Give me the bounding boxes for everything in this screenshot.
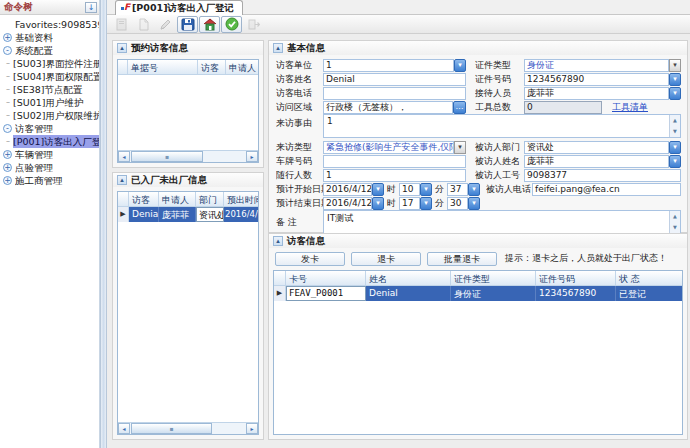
sidebar-collapse-button[interactable]: ↓ <box>85 2 97 13</box>
edit-record-icon[interactable] <box>155 16 176 33</box>
panel-collapse-icon[interactable]: ▴ <box>273 236 283 246</box>
tree-item-p001-selected[interactable]: –[P001]访客出入厂登记 <box>0 135 99 148</box>
scroll-down-icon[interactable]: ▼ <box>670 222 680 233</box>
scroll-right-icon[interactable]: ▸ <box>246 423 258 434</box>
visit-type-field[interactable]: 紧急抢修(影响生产安全事件,仅限当 <box>323 141 454 154</box>
column-header-visitor[interactable]: 访客 <box>129 192 159 206</box>
start-date-field[interactable]: 2016/4/12 <box>323 183 372 196</box>
return-card-button[interactable]: 退卡 <box>351 252 421 266</box>
visitor-phone-field[interactable] <box>323 87 466 100</box>
expand-plus-icon[interactable]: + <box>3 150 12 159</box>
visited-id-field[interactable]: 9098377 <box>524 169 681 182</box>
tree-item-se38[interactable]: –[SE38]节点配置 <box>0 83 99 96</box>
scroll-up-icon[interactable]: ▲ <box>670 115 680 126</box>
cell-visitor[interactable]: Denial <box>129 207 159 222</box>
tree-item-contractor-mgmt[interactable]: +施工商管理 <box>0 174 99 187</box>
tree-item-su04[interactable]: –[SU04]界面权限配置 <box>0 70 99 83</box>
column-header-docno[interactable]: 单据号 <box>128 60 198 74</box>
expand-plus-icon[interactable]: + <box>3 33 12 42</box>
column-header-dept[interactable]: 部门 <box>196 192 224 206</box>
confirm-check-icon[interactable] <box>221 16 242 33</box>
cell-name[interactable]: Denial <box>366 286 451 301</box>
scroll-track[interactable]: ▪ <box>130 151 246 162</box>
visited-phone-field[interactable]: feifei.pang@fea.cn <box>532 183 681 196</box>
tree-item-vehicle-mgmt[interactable]: +车辆管理 <box>0 148 99 161</box>
tree-item-su03[interactable]: –[SU03]界面控件注册 <box>0 57 99 70</box>
column-header-cardno[interactable]: 卡号 <box>286 271 366 285</box>
tool-list-link[interactable]: 工具清单 <box>612 101 648 114</box>
cell-dept-editing[interactable]: 资讯处 <box>196 207 224 222</box>
column-header-visitor[interactable]: 访客 <box>198 60 226 74</box>
panel-collapse-icon[interactable]: ▴ <box>117 43 127 53</box>
scroll-up-icon[interactable]: ▲ <box>670 211 680 222</box>
end-hour-field[interactable]: 17 <box>399 197 420 210</box>
chevron-down-icon[interactable]: ▾ <box>454 141 466 154</box>
chevron-down-icon[interactable]: ▾ <box>669 141 681 154</box>
id-type-field[interactable]: 身份证 <box>524 59 669 72</box>
scroll-left-icon[interactable]: ◂ <box>118 151 130 162</box>
expand-plus-icon[interactable]: + <box>3 176 12 185</box>
cell-status[interactable]: 已登记 <box>616 286 682 301</box>
checkin-home-icon[interactable] <box>199 16 220 33</box>
inplant-hscrollbar[interactable]: ◂ ▪ ▸ <box>118 422 258 434</box>
visited-dept-field[interactable]: 资讯处 <box>524 141 669 154</box>
sidebar-splitter[interactable] <box>100 0 107 448</box>
visit-reason-textarea[interactable]: 1 ▲▼ <box>323 114 681 138</box>
end-minute-field[interactable]: 30 <box>447 197 468 210</box>
end-date-field[interactable]: 2016/4/12 <box>323 197 372 210</box>
tree-item-visitor-mgmt[interactable]: -访客管理 <box>0 122 99 135</box>
scroll-thumb[interactable]: ▪ <box>131 151 203 162</box>
column-header-status[interactable]: 状 态 <box>616 271 683 285</box>
textarea-scroll[interactable]: ▲▼ <box>669 211 680 233</box>
ellipsis-picker-icon[interactable]: … <box>453 101 466 114</box>
panel-collapse-icon[interactable]: ▴ <box>117 175 127 185</box>
tree-item-favorites[interactable]: Favorites:9098539 <box>0 18 99 31</box>
scroll-down-icon[interactable]: ▼ <box>670 126 680 137</box>
tab-p001[interactable]: [P001]访客出入厂登记 <box>115 0 243 15</box>
scroll-right-icon[interactable]: ▸ <box>246 151 258 162</box>
cell-applicant[interactable]: 庞菲菲 <box>159 207 196 222</box>
companions-field[interactable]: 1 <box>323 169 466 182</box>
chevron-down-icon[interactable]: ▾ <box>420 197 432 210</box>
chevron-down-icon[interactable]: ▾ <box>669 59 681 72</box>
id-number-field[interactable]: 1234567890 <box>524 73 669 86</box>
tree-item-inspection-mgmt[interactable]: +点验管理 <box>0 161 99 174</box>
textarea-scroll[interactable]: ▲▼ <box>669 115 680 137</box>
scroll-left-icon[interactable]: ◂ <box>118 423 130 434</box>
chevron-down-icon[interactable]: ▾ <box>372 197 384 210</box>
exit-icon[interactable] <box>243 16 264 33</box>
issue-card-button[interactable]: 发卡 <box>275 252 345 266</box>
tree-item-su01[interactable]: –[SU01]用户维护 <box>0 96 99 109</box>
chevron-down-icon[interactable]: ▾ <box>669 87 681 100</box>
reserved-hscrollbar[interactable]: ◂ ▪ ▸ <box>118 150 258 162</box>
receptionist-field[interactable]: 庞菲菲 <box>524 87 669 100</box>
chevron-down-icon[interactable]: ▾ <box>468 183 480 196</box>
cell-idtype[interactable]: 身份证 <box>451 286 536 301</box>
row-marker-icon[interactable]: ▶ <box>118 207 129 222</box>
visit-area-field[interactable]: 行政楼（无签核）， <box>323 101 453 114</box>
tree-item-base-data[interactable]: +基础资料 <box>0 31 99 44</box>
cell-idnumber[interactable]: 1234567890 <box>536 286 616 301</box>
new-record-icon[interactable] <box>133 16 154 33</box>
chevron-down-icon[interactable]: ▾ <box>372 183 384 196</box>
column-header-name[interactable]: 姓名 <box>366 271 451 285</box>
inplant-row-selected[interactable]: ▶ Denial 庞菲菲 资讯处 2016/4/12 <box>118 207 258 222</box>
cell-cardno-editing[interactable]: FEAV_P0001 <box>286 286 366 301</box>
visitor-name-field[interactable]: Denial <box>323 73 466 86</box>
column-header-applicant[interactable]: 申请人 <box>159 192 196 206</box>
start-minute-field[interactable]: 37 <box>447 183 468 196</box>
collapse-minus-icon[interactable]: - <box>3 124 12 133</box>
first-record-icon[interactable] <box>111 16 132 33</box>
column-header-idtype[interactable]: 证件类型 <box>451 271 536 285</box>
panel-collapse-icon[interactable]: ▴ <box>273 43 283 53</box>
remark-textarea[interactable]: IT测试 ▲▼ <box>323 210 681 234</box>
tree-item-system-config[interactable]: -系统配置 <box>0 44 99 57</box>
scroll-thumb[interactable]: ▪ <box>131 423 212 434</box>
column-header-exitdate[interactable]: 预出时间 <box>224 192 259 206</box>
chevron-down-icon[interactable]: ▾ <box>420 183 432 196</box>
chevron-down-icon[interactable]: ▾ <box>468 197 480 210</box>
chevron-down-icon[interactable]: ▾ <box>669 155 681 168</box>
column-header-applicant[interactable]: 申请人 <box>226 60 259 74</box>
scroll-track[interactable]: ▪ <box>130 423 246 434</box>
batch-return-card-button[interactable]: 批量退卡 <box>427 252 497 266</box>
